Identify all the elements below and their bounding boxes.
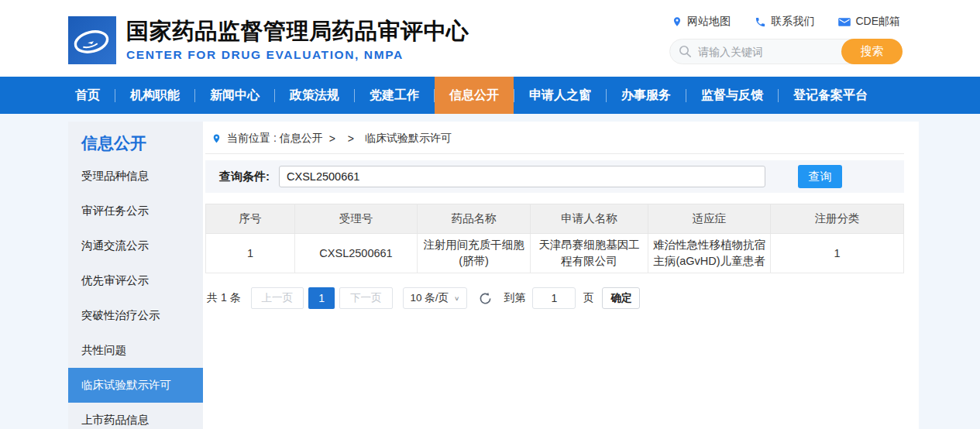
nav-item-policies[interactable]: 政策法规: [275, 77, 354, 114]
header-right: 网站地图 联系我们 CDE邮箱 搜索: [669, 13, 903, 64]
confirm-button[interactable]: 确定: [602, 287, 640, 309]
query-input[interactable]: [279, 166, 765, 187]
col-header-registration-class: 注册分类: [771, 204, 904, 234]
query-bar: 查询条件: 查询: [205, 160, 904, 193]
page-number-1[interactable]: 1: [308, 287, 335, 309]
col-header-indication: 适应症: [648, 204, 771, 234]
goto-page-input[interactable]: [532, 287, 576, 309]
breadcrumb-section[interactable]: 信息公开: [280, 132, 323, 146]
pagination: 共 1 条 上一页 1 下一页 10 条/页 ∨ 到第 页 确定: [205, 287, 904, 309]
location-pin-icon: [211, 132, 222, 145]
mail-icon: [838, 17, 851, 27]
cell-index: 1: [206, 234, 295, 273]
cell-drug-name: 注射用间充质干细胞(脐带): [418, 234, 531, 273]
sitemap-link[interactable]: 网站地图: [672, 15, 731, 29]
nav-item-info-disclosure[interactable]: 信息公开: [435, 77, 514, 114]
map-pin-icon: [672, 15, 683, 28]
main-nav: 首页 机构职能 新闻中心 政策法规 党建工作 信息公开 申请人之窗 办事服务 监…: [0, 77, 980, 114]
site-search: 搜索: [669, 39, 903, 64]
query-button[interactable]: 查询: [798, 165, 842, 188]
col-header-index: 序号: [206, 204, 295, 234]
mailbox-link[interactable]: CDE邮箱: [838, 15, 900, 29]
nav-item-functions[interactable]: 机构职能: [115, 77, 194, 114]
results-table: 序号 受理号 药品名称 申请人名称 适应症 注册分类 1 CXSL2500661…: [205, 204, 904, 273]
refresh-icon[interactable]: [479, 292, 492, 305]
contact-link[interactable]: 联系我们: [755, 15, 814, 29]
brand-text: 国家药品监督管理局药品审评中心 CENTER FOR DRUG EVALUATI…: [126, 19, 469, 61]
nav-item-supervision-feedback[interactable]: 监督与反馈: [686, 77, 778, 114]
goto-page-label: 到第: [504, 291, 525, 305]
breadcrumb-separator: > >: [329, 132, 359, 145]
col-header-acceptance-no: 受理号: [295, 204, 418, 234]
sidebar-item-marketed-drugs[interactable]: 上市药品信息: [68, 403, 203, 429]
sidebar-item-accepted-varieties[interactable]: 受理品种信息: [68, 159, 203, 194]
page-size-select[interactable]: 10 条/页 ∨: [403, 287, 468, 309]
main-content: 当前位置 : 信息公开 > > 临床试验默示许可 查询条件: 查询 序号 受理号…: [203, 122, 920, 429]
search-icon: [679, 45, 692, 58]
contact-link-label: 联系我们: [771, 15, 814, 29]
nav-item-registration-platform[interactable]: 登记备案平台: [779, 77, 882, 114]
breadcrumb: 当前位置 : 信息公开 > > 临床试验默示许可: [205, 123, 904, 154]
sitemap-link-label: 网站地图: [687, 15, 731, 29]
page-size-value: 10 条/页: [411, 291, 449, 305]
breadcrumb-current: 临床试验默示许可: [365, 132, 452, 146]
chevron-down-icon: ∨: [454, 295, 459, 302]
phone-icon: [755, 16, 766, 28]
pagination-total: 共 1 条: [207, 291, 241, 305]
nav-item-news[interactable]: 新闻中心: [195, 77, 274, 114]
nav-item-services[interactable]: 办事服务: [607, 77, 686, 114]
sidebar-item-communication[interactable]: 沟通交流公示: [68, 228, 203, 263]
nav-item-party-building[interactable]: 党建工作: [355, 77, 434, 114]
cell-registration-class: 1: [771, 234, 904, 273]
breadcrumb-label: 当前位置 :: [227, 132, 277, 146]
table-row: 1 CXSL2500661 注射用间充质干细胞(脐带) 天津昂赛细胞基因工程有限…: [206, 234, 904, 273]
quick-links: 网站地图 联系我们 CDE邮箱: [669, 13, 903, 30]
sidebar-item-breakthrough-therapy[interactable]: 突破性治疗公示: [68, 298, 203, 333]
site-subtitle: CENTER FOR DRUG EVALUATION, NMPA: [126, 48, 469, 62]
sidebar-item-clinical-trial-implied-license[interactable]: 临床试验默示许可: [68, 368, 203, 403]
col-header-applicant: 申请人名称: [531, 204, 648, 234]
mailbox-link-label: CDE邮箱: [855, 15, 900, 29]
sidebar-title: 信息公开: [68, 134, 203, 153]
cde-logo-icon: [68, 16, 116, 64]
col-header-drug-name: 药品名称: [418, 204, 531, 234]
sidebar-item-common-issues[interactable]: 共性问题: [68, 333, 203, 368]
goto-page-unit: 页: [583, 291, 593, 305]
next-page-button[interactable]: 下一页: [339, 287, 393, 309]
nav-item-home[interactable]: 首页: [60, 77, 115, 114]
prev-page-button[interactable]: 上一页: [251, 287, 304, 309]
page-body: 信息公开 受理品种信息 审评任务公示 沟通交流公示 优先审评公示 突破性治疗公示…: [0, 114, 980, 429]
site-header: 国家药品监督管理局药品审评中心 CENTER FOR DRUG EVALUATI…: [0, 0, 980, 77]
sidebar: 信息公开 受理品种信息 审评任务公示 沟通交流公示 优先审评公示 突破性治疗公示…: [68, 122, 203, 429]
sidebar-item-review-tasks[interactable]: 审评任务公示: [68, 194, 203, 228]
cell-applicant: 天津昂赛细胞基因工程有限公司: [531, 234, 648, 273]
query-label: 查询条件:: [219, 170, 270, 184]
table-header-row: 序号 受理号 药品名称 申请人名称 适应症 注册分类: [206, 204, 904, 234]
nav-item-applicant-window[interactable]: 申请人之窗: [514, 77, 606, 114]
site-title: 国家药品监督管理局药品审评中心: [126, 19, 469, 44]
brand: 国家药品监督管理局药品审评中心 CENTER FOR DRUG EVALUATI…: [68, 16, 469, 64]
content-container: 信息公开 受理品种信息 审评任务公示 沟通交流公示 优先审评公示 突破性治疗公示…: [68, 122, 919, 429]
cell-indication: 难治性急性移植物抗宿主病(aGvHD)儿童患者: [648, 234, 771, 273]
cell-acceptance-no: CXSL2500661: [295, 234, 418, 273]
sidebar-item-priority-review[interactable]: 优先审评公示: [68, 263, 203, 298]
search-button[interactable]: 搜索: [841, 39, 903, 64]
